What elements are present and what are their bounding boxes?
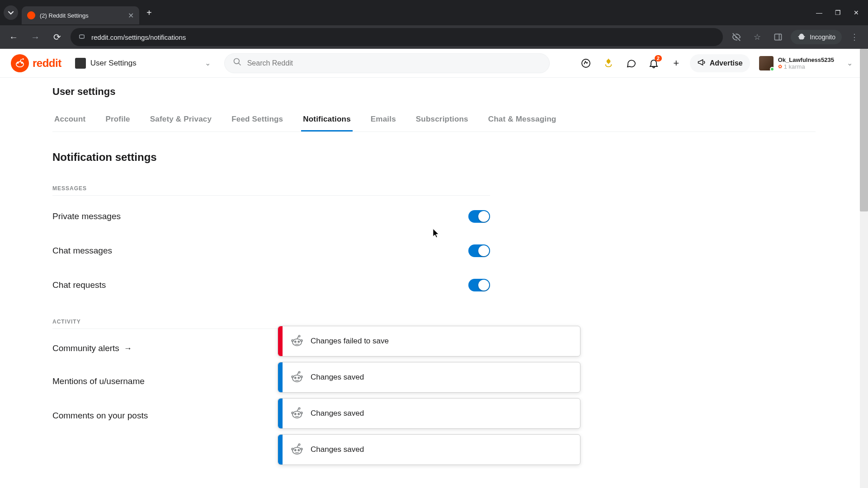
advertise-button[interactable]: Advertise [690, 54, 750, 72]
toast-message: Changes saved [311, 409, 364, 418]
address-bar[interactable]: reddit.com/settings/notifications [71, 28, 723, 46]
site-info-icon[interactable] [78, 33, 86, 42]
tab-search-button[interactable] [4, 5, 18, 20]
snoo-icon [11, 54, 29, 72]
chevron-down-icon: ⌄ [847, 59, 853, 67]
side-panel-icon[interactable] [770, 29, 786, 45]
setting-label: Mentions of u/username [52, 376, 145, 386]
svg-point-31 [292, 448, 293, 450]
user-menu[interactable]: Ok_Lawfulness5235 ✿1 karma ⌄ [755, 54, 857, 72]
tab-emails[interactable]: Emails [369, 108, 398, 131]
search-input[interactable] [247, 59, 541, 67]
snoo-icon [290, 406, 304, 421]
username-label: Ok_Lawfulness5235 [778, 56, 834, 63]
new-tab-button[interactable]: + [146, 8, 152, 18]
page-title: User settings [52, 86, 816, 98]
minimize-button[interactable]: — [816, 9, 822, 16]
svg-point-21 [298, 371, 300, 373]
tab-chat-messaging[interactable]: Chat & Messaging [486, 108, 558, 131]
browser-tab[interactable]: (2) Reddit Settings ✕ [22, 6, 139, 24]
browser-tab-strip: (2) Reddit Settings ✕ + — ❐ ✕ [0, 0, 868, 25]
reload-button[interactable]: ⟳ [49, 29, 65, 45]
arrow-right-icon: → [124, 344, 132, 353]
incognito-indicator[interactable]: Incognito [791, 30, 842, 44]
reddit-favicon-icon [27, 11, 35, 19]
tab-account[interactable]: Account [52, 108, 87, 131]
toast-accent-bar [278, 435, 283, 465]
svg-line-8 [238, 63, 241, 66]
svg-point-6 [22, 58, 24, 60]
settings-tabs: AccountProfileSafety & PrivacyFeed Setti… [52, 108, 816, 132]
toast-error: Changes failed to save [278, 326, 580, 357]
toast-message: Changes failed to save [311, 337, 389, 346]
svg-rect-1 [775, 34, 782, 40]
advertise-label: Advertise [710, 59, 743, 67]
svg-point-11 [295, 341, 296, 343]
toast-message: Changes saved [311, 373, 364, 382]
toast-message: Changes saved [311, 445, 364, 454]
close-tab-button[interactable]: ✕ [128, 11, 134, 20]
bookmark-star-icon[interactable]: ☆ [749, 29, 765, 45]
tab-notifications[interactable]: Notifications [301, 108, 353, 131]
snoo-icon [290, 334, 304, 348]
close-window-button[interactable]: ✕ [854, 9, 859, 16]
popular-icon[interactable] [577, 54, 595, 72]
setting-label: Comments on your posts [52, 411, 148, 421]
incognito-label: Incognito [810, 33, 835, 41]
toggle-switch[interactable] [468, 279, 490, 291]
notif-badge: 2 [655, 55, 662, 61]
svg-point-30 [298, 450, 299, 451]
tab-safety-privacy[interactable]: Safety & Privacy [148, 108, 213, 131]
svg-point-24 [298, 413, 299, 415]
svg-point-27 [298, 408, 300, 409]
eye-off-icon[interactable] [728, 29, 745, 45]
notifications-icon[interactable]: 2 [645, 54, 663, 72]
back-button[interactable]: ← [5, 29, 22, 45]
tab-title: (2) Reddit Settings [40, 12, 89, 19]
karma-flower-icon: ✿ [778, 64, 782, 70]
svg-point-29 [295, 450, 296, 451]
window-controls: — ❐ ✕ [816, 9, 864, 16]
tab-feed-settings[interactable]: Feed Settings [230, 108, 285, 131]
section-title: Notification settings [52, 151, 816, 164]
svg-point-13 [292, 340, 293, 342]
nav-dropdown-icon [75, 58, 86, 69]
toast-success: Changes saved [278, 398, 580, 429]
maximize-button[interactable]: ❐ [835, 9, 841, 16]
toggle-switch[interactable] [468, 210, 490, 223]
create-post-button[interactable]: + [667, 54, 685, 72]
search-icon [233, 57, 242, 69]
setting-label: Community alerts→ [52, 343, 132, 353]
svg-point-5 [16, 61, 24, 67]
setting-row: Chat messages [52, 234, 490, 268]
setting-row: Private messages [52, 199, 490, 234]
svg-rect-0 [80, 35, 85, 38]
svg-point-14 [301, 340, 302, 342]
search-box[interactable] [224, 53, 550, 73]
tab-subscriptions[interactable]: Subscriptions [414, 108, 470, 131]
setting-label: Chat messages [52, 246, 112, 256]
svg-point-17 [295, 377, 296, 379]
svg-point-18 [298, 377, 299, 379]
reddit-wordmark: reddit [33, 57, 61, 70]
user-info: Ok_Lawfulness5235 ✿1 karma [778, 56, 834, 70]
toast-accent-bar [278, 362, 283, 392]
tab-profile[interactable]: Profile [104, 108, 132, 131]
reddit-logo[interactable]: reddit [11, 54, 61, 72]
snoo-icon [290, 370, 304, 385]
avatar [759, 56, 774, 70]
group-label: MESSAGES [52, 185, 490, 196]
svg-point-20 [301, 376, 302, 378]
toast-stack: Changes failed to saveChanges savedChang… [278, 326, 580, 465]
toggle-switch[interactable] [468, 244, 490, 257]
nav-dropdown[interactable]: User Settings ⌄ [71, 55, 215, 71]
setting-label: Private messages [52, 211, 121, 221]
svg-point-7 [234, 59, 239, 64]
megaphone-icon [697, 58, 706, 69]
chat-icon[interactable] [622, 54, 640, 72]
coins-icon[interactable] [599, 54, 618, 72]
svg-point-26 [301, 412, 302, 414]
karma-label: 1 karma [784, 63, 805, 70]
browser-menu-button[interactable]: ⋮ [846, 29, 863, 45]
forward-button[interactable]: → [27, 29, 43, 45]
